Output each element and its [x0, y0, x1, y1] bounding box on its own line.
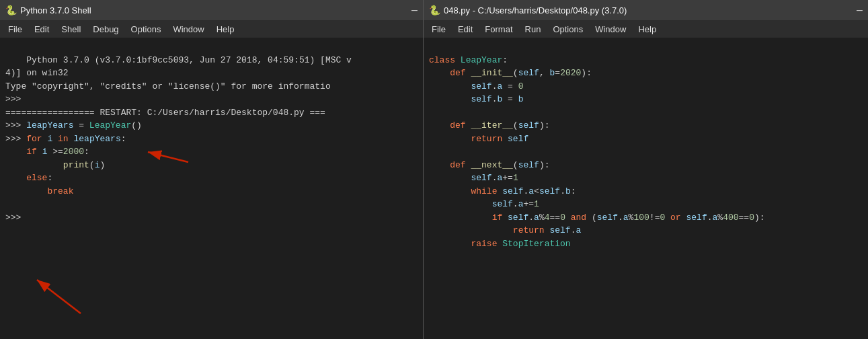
- shell-menu-debug[interactable]: Debug: [87, 23, 124, 36]
- editor-menu-run[interactable]: Run: [520, 23, 547, 36]
- shell-menu-bar: File Edit Shell Debug Options Window Hel…: [0, 20, 423, 38]
- shell-window: 🐍 Python 3.7.0 Shell – File Edit Shell D…: [0, 0, 424, 339]
- editor-close-button[interactable]: –: [857, 4, 863, 16]
- shell-close-button[interactable]: –: [411, 4, 418, 16]
- shell-menu-options[interactable]: Options: [126, 23, 167, 36]
- editor-menu-window[interactable]: Window: [590, 23, 631, 36]
- editor-content[interactable]: class LeapYear: def __init__(self, b=202…: [424, 38, 868, 339]
- shell-content[interactable]: Python 3.7.0 (v3.7.0:1bf9cc5093, Jun 27 …: [0, 38, 423, 339]
- editor-window: 🐍 048.py - C:/Users/harris/Desktop/048.p…: [424, 0, 868, 339]
- shell-menu-help[interactable]: Help: [211, 23, 240, 36]
- editor-menu-file[interactable]: File: [426, 23, 451, 36]
- shell-menu-shell[interactable]: Shell: [56, 23, 86, 36]
- editor-python-icon: 🐍: [429, 5, 440, 15]
- shell-menu-window[interactable]: Window: [167, 23, 209, 36]
- editor-menu-edit[interactable]: Edit: [452, 23, 478, 36]
- shell-title-bar: 🐍 Python 3.7.0 Shell –: [0, 0, 423, 20]
- editor-menu-format[interactable]: Format: [479, 23, 518, 36]
- shell-title-text: Python 3.7.0 Shell: [20, 5, 407, 15]
- shell-menu-file[interactable]: File: [3, 23, 28, 36]
- editor-title-bar: 🐍 048.py - C:/Users/harris/Desktop/048.p…: [424, 0, 868, 20]
- svg-line-2: [37, 280, 81, 313]
- shell-menu-edit[interactable]: Edit: [29, 23, 54, 36]
- editor-menu-help[interactable]: Help: [633, 23, 662, 36]
- editor-menu-bar: File Edit Format Run Options Window Help: [424, 20, 868, 38]
- python-icon: 🐍: [5, 5, 16, 15]
- editor-menu-options[interactable]: Options: [547, 23, 588, 36]
- svg-line-0: [148, 152, 188, 162]
- editor-title-text: 048.py - C:/Users/harris/Desktop/048.py …: [444, 5, 853, 15]
